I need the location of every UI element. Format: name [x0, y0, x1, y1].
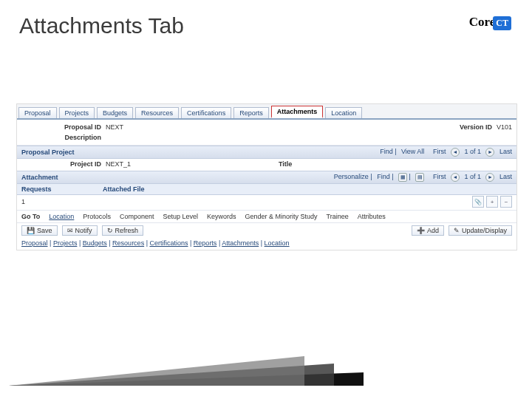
svg-marker-1 [9, 364, 334, 386]
bottom-links: Proposal | Projects | Budgets | Resource… [17, 238, 516, 250]
button-row: 💾Save ✉Notify ↻Refresh ➕Add ✎Update/Disp… [17, 223, 516, 238]
logo: CoreCT [469, 15, 511, 30]
bl-reports[interactable]: Reports [194, 239, 217, 247]
project-id-row: Project ID NEXT_1 Title [17, 159, 516, 171]
app-window: Proposal Projects Budgets Resources Cert… [16, 103, 517, 250]
svg-marker-2 [9, 356, 304, 386]
attachment-table-head: Requests Attached File [17, 184, 516, 195]
chevron-right-icon[interactable]: ► [485, 148, 494, 157]
add-row-icon[interactable]: + [486, 196, 498, 208]
proposal-project-header: Proposal Project Find | View All First ◄… [17, 146, 516, 159]
goto-gender-minority[interactable]: Gender & Minority Study [245, 213, 317, 220]
tab-proposal[interactable]: Proposal [18, 107, 57, 118]
att-personalize-link[interactable]: Personalize [334, 173, 369, 180]
pp-count: 1 of 1 [464, 148, 481, 155]
tab-location[interactable]: Location [325, 107, 362, 118]
goto-component[interactable]: Component [120, 213, 154, 220]
proposal-id-label: Proposal ID [60, 123, 101, 131]
page-title: Attachments Tab [19, 13, 184, 38]
refresh-button[interactable]: ↻Refresh [102, 225, 144, 236]
update-display-button[interactable]: ✎Update/Display [449, 225, 512, 236]
svg-marker-0 [9, 372, 364, 386]
export-icon[interactable]: ▤ [415, 173, 424, 182]
goto-setup-level[interactable]: Setup Level [163, 213, 198, 220]
bl-resources[interactable]: Resources [112, 239, 144, 247]
proposal-project-title: Proposal Project [21, 149, 75, 156]
col-attached-file[interactable]: Attached File [103, 185, 145, 193]
chevron-left-icon[interactable]: ◄ [451, 148, 460, 157]
attachment-header: Attachment Personalize | Find | ▦ | ▤ Fi… [17, 171, 516, 184]
proposal-id-value: NEXT [106, 123, 123, 131]
project-id-label: Project ID [21, 160, 101, 168]
pp-last-label: Last [499, 148, 512, 155]
header-fields: Proposal ID NEXT Version ID V101 Descrip… [17, 120, 516, 146]
goto-row: Go To Location Protocols Component Setup… [17, 210, 516, 223]
decorative-wedge [9, 341, 364, 386]
tab-attachments[interactable]: Attachments [271, 106, 324, 118]
logo-suffix: CT [493, 16, 511, 30]
chevron-right-icon[interactable]: ► [485, 173, 494, 182]
project-title-label: Title [279, 160, 292, 168]
att-last-label: Last [499, 173, 512, 180]
bl-location[interactable]: Location [265, 239, 290, 247]
bl-proposal[interactable]: Proposal [21, 239, 48, 247]
row-number: 1 [21, 198, 103, 205]
logo-brand: Core [469, 15, 496, 29]
tab-resources[interactable]: Resources [135, 107, 179, 118]
bl-projects[interactable]: Projects [53, 239, 78, 247]
tab-projects[interactable]: Projects [59, 107, 95, 118]
save-button[interactable]: 💾Save [21, 225, 58, 236]
attach-icon[interactable]: 📎 [472, 196, 484, 208]
att-first-label: First [433, 173, 446, 180]
notify-icon: ✉ [67, 227, 73, 234]
attachment-title: Attachment [21, 174, 58, 181]
pp-viewall-link[interactable]: View All [401, 148, 424, 155]
project-id-value: NEXT_1 [106, 160, 131, 168]
notify-button[interactable]: ✉Notify [62, 225, 98, 236]
tabs-row: Proposal Projects Budgets Resources Cert… [17, 104, 516, 120]
bl-certifications[interactable]: Certifications [149, 239, 188, 247]
tab-certifications[interactable]: Certifications [181, 107, 231, 118]
chevron-left-icon[interactable]: ◄ [451, 173, 460, 182]
att-count: 1 of 1 [464, 173, 481, 180]
update-icon: ✎ [454, 227, 460, 234]
add-icon: ➕ [417, 227, 425, 234]
refresh-icon: ↻ [107, 227, 113, 234]
goto-label: Go To [21, 213, 40, 220]
bl-attachments[interactable]: Attachments [222, 239, 259, 247]
add-button[interactable]: ➕Add [412, 225, 444, 236]
bl-budgets[interactable]: Budgets [83, 239, 107, 247]
version-id-label: Version ID [451, 123, 492, 131]
delete-row-icon[interactable]: − [500, 196, 512, 208]
pp-first-label: First [433, 148, 446, 155]
col-requests[interactable]: Requests [21, 185, 103, 193]
pp-find-link[interactable]: Find [380, 148, 393, 155]
goto-location[interactable]: Location [49, 213, 74, 220]
tab-reports[interactable]: Reports [233, 107, 269, 118]
version-id-value: V101 [497, 123, 512, 131]
goto-trainee[interactable]: Trainee [327, 213, 349, 220]
goto-protocols[interactable]: Protocols [83, 213, 111, 220]
description-label: Description [60, 134, 101, 141]
save-icon: 💾 [27, 227, 35, 234]
goto-keywords[interactable]: Keywords [207, 213, 236, 220]
att-find-link[interactable]: Find [377, 173, 390, 180]
tab-budgets[interactable]: Budgets [97, 107, 133, 118]
goto-attributes[interactable]: Attributes [358, 213, 386, 220]
table-row: 1 📎 + − [17, 195, 516, 210]
spreadsheet-icon[interactable]: ▦ [398, 173, 407, 182]
